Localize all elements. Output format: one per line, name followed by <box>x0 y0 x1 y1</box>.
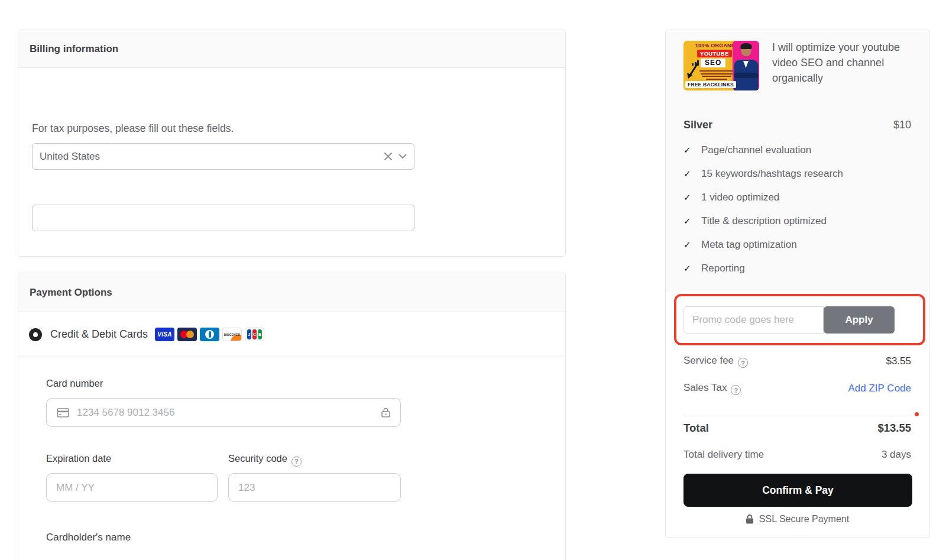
feature-item: 1 video optimized <box>683 192 843 203</box>
jcb-icon: JCB <box>245 328 264 341</box>
visa-icon: VISA <box>155 328 174 341</box>
feature-item: Title & description optimized <box>683 215 843 227</box>
security-help-icon[interactable] <box>291 457 302 467</box>
lock-icon <box>381 407 390 417</box>
add-zip-code-link[interactable]: Add ZIP Code <box>848 383 911 394</box>
card-number-field[interactable] <box>46 398 401 427</box>
payment-card-header: Payment Options <box>18 273 565 312</box>
thumb-seller-photo <box>733 41 759 90</box>
billing-card-header: Billing information <box>18 30 565 68</box>
total-label: Total <box>683 422 709 435</box>
checkout-page: Billing information For tax purposes, pl… <box>0 0 946 560</box>
card-brand-icons: VISA DISCOVER JCB <box>155 328 264 341</box>
payment-method-label: Credit & Debit Cards <box>50 328 148 341</box>
card-number-label: Card number <box>46 378 103 389</box>
country-value: United States <box>40 151 384 163</box>
chevron-down-icon[interactable] <box>399 154 407 159</box>
thumb-arrow-icon <box>685 62 700 81</box>
thumb-youtube-badge: YOUTUBE <box>697 50 732 57</box>
total-divider <box>683 416 911 416</box>
country-select[interactable]: United States <box>32 143 414 170</box>
discover-icon: DISCOVER <box>222 328 242 341</box>
gig-title: I will optimize your youtube video SEO a… <box>772 40 919 86</box>
confirm-pay-button[interactable]: Confirm & Pay <box>683 474 912 507</box>
diners-club-icon <box>200 328 219 341</box>
billing-information-card: Billing information For tax purposes, pl… <box>18 30 566 257</box>
tax-note: For tax purposes, please fill out these … <box>32 122 234 135</box>
thumb-seo-text: SEO <box>701 59 725 67</box>
feature-item: Page/channel evaluation <box>683 144 843 156</box>
credit-card-radio[interactable] <box>29 328 42 341</box>
red-dot-annotation <box>915 412 919 416</box>
payment-method-row: Credit & Debit Cards VISA DISCOVER JCB <box>18 312 565 357</box>
payment-options-card: Payment Options Credit & Debit Cards VIS… <box>18 273 566 560</box>
payment-title: Payment Options <box>30 287 112 299</box>
promo-code-input[interactable] <box>683 306 824 334</box>
ssl-secure-label: SSL Secure Payment <box>759 514 849 525</box>
feature-list: Page/channel evaluation 15 keywords/hash… <box>683 144 843 286</box>
package-row: Silver $10 <box>683 119 911 131</box>
check-icon <box>683 192 694 203</box>
delivery-time-row: Total delivery time 3 days <box>683 446 911 463</box>
billing-title: Billing information <box>30 43 118 55</box>
delivery-time-value: 3 days <box>882 449 911 461</box>
thumb-fineprint-lines <box>699 70 734 80</box>
mastercard-icon <box>177 328 197 341</box>
service-fee-row: Service fee $3.55 <box>683 352 911 370</box>
clear-icon[interactable] <box>384 152 393 161</box>
ssl-secure-row: SSL Secure Payment <box>666 514 929 525</box>
expiration-input[interactable] <box>46 473 218 502</box>
security-code-label: Security code <box>228 453 302 467</box>
check-icon <box>683 169 694 179</box>
sales-tax-help-icon[interactable] <box>731 385 741 395</box>
delivery-time-label: Total delivery time <box>683 449 764 461</box>
zip-input[interactable] <box>32 205 414 231</box>
credit-card-icon <box>57 408 69 417</box>
service-fee-label: Service fee <box>683 355 748 368</box>
sales-tax-row: Sales Tax Add ZIP Code <box>683 380 911 397</box>
package-price: $10 <box>893 119 911 131</box>
order-summary-card: 100% ORGANIC YOUTUBE SEO FREE BACKLINKS … <box>665 30 929 538</box>
total-row: Total $13.55 <box>683 419 911 437</box>
check-icon <box>683 239 694 250</box>
sales-tax-label: Sales Tax <box>683 382 741 396</box>
thumb-backlinks-text: FREE BACKLINKS <box>685 81 736 88</box>
gig-thumbnail[interactable]: 100% ORGANIC YOUTUBE SEO FREE BACKLINKS <box>683 41 759 90</box>
ssl-lock-icon <box>746 514 754 524</box>
package-name: Silver <box>683 119 712 131</box>
check-icon <box>683 216 694 226</box>
apply-promo-button[interactable]: Apply <box>824 306 895 334</box>
feature-item: Reporting <box>683 263 843 274</box>
security-code-input[interactable] <box>228 473 401 502</box>
expiration-label: Expiration date <box>46 453 111 464</box>
service-fee-value: $3.55 <box>886 355 911 367</box>
check-icon <box>683 145 694 156</box>
feature-item: Meta tag optimization <box>683 239 843 251</box>
cardholder-name-label: Cardholder's name <box>46 532 131 543</box>
card-number-input[interactable] <box>77 407 374 419</box>
feature-item: 15 keywords/hashtags research <box>683 168 843 180</box>
check-icon <box>683 263 694 274</box>
service-fee-help-icon[interactable] <box>738 358 748 368</box>
total-value: $13.55 <box>877 422 911 435</box>
